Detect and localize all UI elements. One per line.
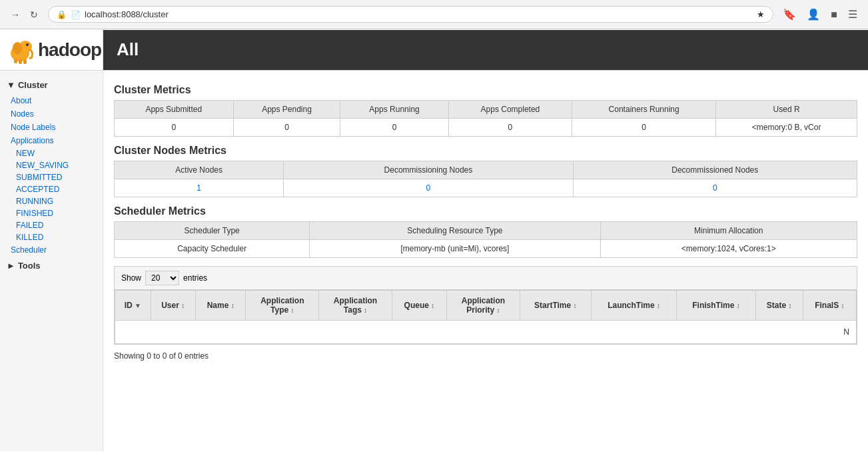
th-user[interactable]: User ↕ xyxy=(151,291,195,321)
main-layout: ▼ Cluster About Nodes Node Labels Applic… xyxy=(0,71,868,451)
tags-sort-icon: ↕ xyxy=(364,307,367,314)
sidebar-item-submitted[interactable]: SUBMITTED xyxy=(0,171,103,183)
launchtime-sort-icon: ↕ xyxy=(657,302,660,309)
sidebar-cluster-header[interactable]: ▼ Cluster xyxy=(0,76,103,94)
col-apps-pending: Apps Pending xyxy=(233,101,340,119)
col-scheduling-resource: Scheduling Resource Type xyxy=(310,222,600,240)
val-scheduler-type: Capacity Scheduler xyxy=(115,240,310,258)
state-sort-icon: ↕ xyxy=(788,302,791,309)
th-id[interactable]: ID ▼ xyxy=(115,291,151,321)
cluster-metrics-title: Cluster Metrics xyxy=(114,84,857,96)
cluster-nodes-table: Active Nodes Decommissioning Nodes Decom… xyxy=(114,161,857,197)
priority-sort-icon: ↕ xyxy=(497,307,500,314)
page-wrapper: hadoop All ▼ Cluster About Nodes Node La… xyxy=(0,29,868,451)
sidebar-item-applications[interactable]: Applications xyxy=(0,134,103,147)
queue-sort-icon: ↕ xyxy=(431,302,434,309)
val-decommissioning-nodes: 0 xyxy=(284,179,573,197)
browser-chrome: → ↻ 🔒 📄 localhost:8088/cluster ★ 🔖 👤 ■ ☰ xyxy=(0,0,868,29)
browser-actions: 🔖 👤 ■ ☰ xyxy=(780,5,860,23)
sidebar-item-new[interactable]: NEW xyxy=(0,147,103,159)
val-active-nodes: 1 xyxy=(115,179,284,197)
finishtime-sort-icon: ↕ xyxy=(737,302,740,309)
col-active-nodes: Active Nodes xyxy=(115,161,284,179)
cluster-arrow-icon: ▼ xyxy=(7,80,15,90)
cluster-nodes-title: Cluster Nodes Metrics xyxy=(114,145,857,157)
user-sort-icon: ↕ xyxy=(181,302,185,309)
svg-point-3 xyxy=(26,43,29,46)
show-entries-bar: Show 10 20 25 50 100 entries xyxy=(114,266,857,289)
sidebar-item-nodes[interactable]: Nodes xyxy=(0,107,103,121)
hadoop-text: hadoop xyxy=(38,39,101,61)
active-nodes-link[interactable]: 1 xyxy=(197,183,201,193)
sidebar: ▼ Cluster About Nodes Node Labels Applic… xyxy=(0,71,103,451)
val-containers-running: 0 xyxy=(572,119,716,137)
svg-rect-4 xyxy=(14,59,17,63)
show-label: Show xyxy=(121,273,141,283)
type-sort-icon: ↕ xyxy=(291,307,294,314)
decommissioned-nodes-link[interactable]: 0 xyxy=(713,183,717,193)
showing-entries-text: Showing 0 to 0 of 0 entries xyxy=(114,347,857,365)
applications-table-wrapper: ID ▼ User ↕ Name ↕ ApplicationType ↕ App… xyxy=(114,289,857,345)
col-containers-running: Containers Running xyxy=(572,101,716,119)
th-starttime[interactable]: StartTime ↕ xyxy=(520,291,591,321)
sidebar-item-finished[interactable]: FINISHED xyxy=(0,207,103,219)
logo-header: hadoop All xyxy=(0,29,868,71)
applications-table: ID ▼ User ↕ Name ↕ ApplicationType ↕ App… xyxy=(115,290,857,344)
page-title: All xyxy=(117,39,139,60)
sidebar-item-failed[interactable]: FAILED xyxy=(0,219,103,231)
val-decommissioned-nodes: 0 xyxy=(573,179,857,197)
account-icon[interactable]: 👤 xyxy=(804,5,823,23)
col-min-allocation: Minimum Allocation xyxy=(600,222,857,240)
sidebar-item-accepted[interactable]: ACCEPTED xyxy=(0,183,103,195)
sidebar-item-about[interactable]: About xyxy=(0,94,103,107)
nav-buttons: → ↻ xyxy=(8,7,41,22)
apps-empty-message: N xyxy=(115,321,857,344)
scheduler-metrics-title: Scheduler Metrics xyxy=(114,205,857,217)
security-icon: 🔒 xyxy=(57,10,67,19)
val-apps-running: 0 xyxy=(340,119,448,137)
id-sort-icon: ▼ xyxy=(135,302,141,309)
th-launchtime[interactable]: LaunchTime ↕ xyxy=(591,291,677,321)
sidebar-item-running[interactable]: RUNNING xyxy=(0,195,103,207)
scheduler-metrics-table: Scheduler Type Scheduling Resource Type … xyxy=(114,221,857,258)
sidebar-item-scheduler[interactable]: Scheduler xyxy=(0,243,103,257)
th-finishtime[interactable]: FinishTime ↕ xyxy=(677,291,755,321)
col-decommissioned-nodes: Decommissioned Nodes xyxy=(573,161,857,179)
sidebar-item-new-saving[interactable]: NEW_SAVING xyxy=(0,159,103,171)
col-apps-submitted: Apps Submitted xyxy=(115,101,234,119)
col-scheduler-type: Scheduler Type xyxy=(115,222,310,240)
th-queue[interactable]: Queue ↕ xyxy=(392,291,446,321)
address-bar[interactable]: 🔒 📄 localhost:8088/cluster ★ xyxy=(48,6,773,23)
cluster-metrics-table: Apps Submitted Apps Pending Apps Running… xyxy=(114,100,857,137)
pocket-icon[interactable]: 🔖 xyxy=(780,5,799,23)
page-icon: 📄 xyxy=(71,10,81,19)
col-used-r: Used R xyxy=(716,101,857,119)
th-finalstatus[interactable]: FinalS ↕ xyxy=(803,291,856,321)
svg-rect-5 xyxy=(19,59,22,64)
th-application-priority[interactable]: ApplicationPriority ↕ xyxy=(447,291,520,321)
svg-point-2 xyxy=(13,42,22,54)
extensions-icon[interactable]: ■ xyxy=(828,6,840,23)
bookmark-icon: ★ xyxy=(757,9,765,19)
apps-empty-row: N xyxy=(115,321,857,344)
sidebar-item-node-labels[interactable]: Node Labels xyxy=(0,121,103,134)
main-content: Cluster Metrics Apps Submitted Apps Pend… xyxy=(103,71,868,451)
th-name[interactable]: Name ↕ xyxy=(195,291,246,321)
sidebar-tools-label: Tools xyxy=(18,261,41,271)
name-sort-icon: ↕ xyxy=(231,302,234,309)
back-button[interactable]: → xyxy=(8,7,23,22)
val-apps-completed: 0 xyxy=(448,119,572,137)
starttime-sort-icon: ↕ xyxy=(574,302,577,309)
th-application-type[interactable]: ApplicationType ↕ xyxy=(246,291,319,321)
th-state[interactable]: State ↕ xyxy=(755,291,803,321)
th-application-tags[interactable]: ApplicationTags ↕ xyxy=(319,291,392,321)
val-apps-pending: 0 xyxy=(233,119,340,137)
svg-rect-6 xyxy=(23,59,27,64)
menu-icon[interactable]: ☰ xyxy=(845,5,860,23)
sidebar-tools-header[interactable]: ► Tools xyxy=(0,257,103,275)
reload-button[interactable]: ↻ xyxy=(27,7,41,22)
entries-select[interactable]: 10 20 25 50 100 xyxy=(145,271,179,285)
decommissioning-nodes-link[interactable]: 0 xyxy=(426,183,431,193)
sidebar-cluster-label: Cluster xyxy=(18,80,48,90)
sidebar-item-killed[interactable]: KILLED xyxy=(0,231,103,243)
